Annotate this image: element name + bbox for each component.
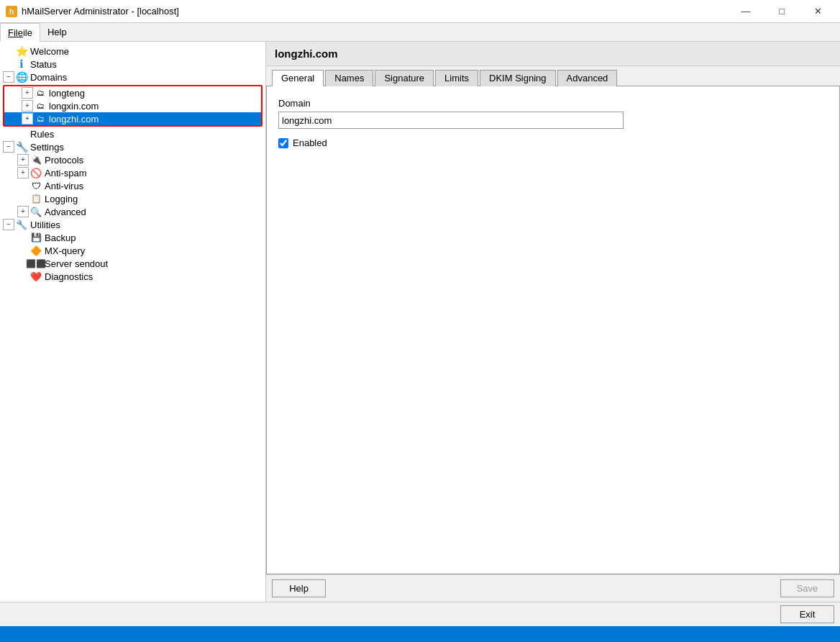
sendout-label: Server sendout: [45, 258, 108, 269]
sidebar-item-status[interactable]: ℹ Status: [0, 58, 265, 71]
advanced-label: Advanced: [45, 207, 86, 217]
sidebar-item-antivirus[interactable]: 🛡 Anti-virus: [0, 179, 265, 192]
welcome-label: Welcome: [30, 46, 69, 57]
protocols-expand[interactable]: +: [17, 154, 29, 166]
window-title: hMailServer Administrator - [localhost]: [22, 6, 179, 17]
sidebar-item-rules[interactable]: Rules: [0, 128, 265, 140]
sidebar-item-server-sendout[interactable]: ⬛⬛ Server sendout: [0, 257, 265, 270]
advanced-icon: 🔍: [30, 206, 42, 217]
domain-icon-longzhi: 🗂: [35, 113, 46, 125]
domain-field-group: Domain: [278, 98, 828, 129]
longteng-expand[interactable]: +: [22, 87, 33, 99]
mxquery-label: MX-query: [45, 245, 85, 256]
globe-icon: 🌐: [16, 71, 27, 83]
advanced-expand[interactable]: +: [17, 206, 29, 217]
domain-input[interactable]: [278, 112, 624, 129]
help-button[interactable]: Help: [272, 579, 326, 597]
logging-icon: 📋: [30, 193, 42, 204]
sidebar-item-longzhi[interactable]: + 🗂 longzhi.com: [4, 112, 261, 125]
tab-signature[interactable]: Signature: [375, 70, 434, 86]
tab-general[interactable]: General: [272, 70, 324, 86]
utilities-label: Utilities: [30, 220, 60, 230]
menu-help[interactable]: Help: [40, 23, 74, 41]
tab-advanced[interactable]: Advanced: [557, 70, 618, 86]
window-controls: — □ ✕: [729, 2, 834, 21]
exit-button[interactable]: Exit: [780, 605, 834, 623]
tab-names[interactable]: Names: [325, 70, 373, 86]
sidebar-item-welcome[interactable]: ⭐ Welcome: [0, 45, 265, 58]
content-panel: longzhi.com General Names Signature Limi…: [266, 42, 840, 602]
close-button[interactable]: ✕: [801, 2, 834, 21]
menu-file[interactable]: Fileile: [0, 23, 40, 42]
sidebar-item-backup[interactable]: 💾 Backup: [0, 231, 265, 244]
star-icon: ⭐: [16, 45, 27, 57]
title-bar: h hMailServer Administrator - [localhost…: [0, 0, 840, 23]
panel-title: longzhi.com: [266, 42, 840, 66]
status-bar: [0, 626, 840, 642]
enabled-label: Enabled: [293, 137, 327, 148]
sidebar-item-logging[interactable]: 📋 Logging: [0, 192, 265, 205]
domains-expand[interactable]: −: [3, 71, 14, 83]
sidebar-item-protocols[interactable]: + 🔌 Protocols: [0, 153, 265, 166]
protocols-icon: 🔌: [30, 154, 42, 166]
antivirus-label: Anti-virus: [45, 181, 83, 191]
domain-icon-longxin: 🗂: [35, 100, 46, 112]
utilities-expand[interactable]: −: [3, 219, 14, 230]
sidebar-item-antispam[interactable]: + 🚫 Anti-spam: [0, 166, 265, 179]
sidebar-item-domains[interactable]: − 🌐 Domains: [0, 71, 265, 83]
backup-label: Backup: [45, 232, 76, 243]
sendout-icon: ⬛⬛: [30, 258, 42, 269]
mxquery-icon: 🔶: [30, 245, 42, 256]
utilities-icon: 🔧: [16, 219, 27, 230]
settings-icon: 🔧: [16, 141, 27, 153]
domain-field-label: Domain: [278, 98, 828, 109]
sidebar-item-utilities[interactable]: − 🔧 Utilities: [0, 218, 265, 231]
sidebar-item-mxquery[interactable]: 🔶 MX-query: [0, 244, 265, 257]
antispam-icon: 🚫: [30, 167, 42, 178]
enabled-checkbox[interactable]: [278, 138, 288, 148]
sidebar-item-longteng[interactable]: + 🗂 longteng: [4, 86, 261, 99]
longzhi-expand[interactable]: +: [22, 113, 33, 125]
status-label: Status: [30, 59, 57, 70]
antispam-expand[interactable]: +: [17, 167, 29, 178]
settings-label: Settings: [30, 142, 64, 153]
antivirus-icon: 🛡: [30, 180, 42, 191]
info-icon: ℹ: [16, 58, 27, 70]
longteng-label: longteng: [49, 88, 85, 99]
sidebar-item-settings[interactable]: − 🔧 Settings: [0, 140, 265, 153]
enabled-row: Enabled: [278, 137, 828, 148]
sidebar-item-diagnostics[interactable]: ❤️ Diagnostics: [0, 270, 265, 283]
domain-highlight-box: + 🗂 longteng + 🗂 longxin.com + 🗂 longzhi…: [3, 85, 262, 127]
logging-label: Logging: [45, 194, 78, 204]
diagnostics-label: Diagnostics: [45, 271, 93, 282]
menu-bar: Fileile Help: [0, 23, 840, 42]
save-button[interactable]: Save: [780, 579, 834, 597]
main-area: ⭐ Welcome ℹ Status − 🌐 Domains + 🗂 longt…: [0, 42, 840, 602]
rules-label: Rules: [30, 129, 54, 140]
exit-row: Exit: [0, 602, 840, 626]
bottom-bar: Help Save: [266, 574, 840, 602]
sidebar-tree: ⭐ Welcome ℹ Status − 🌐 Domains + 🗂 longt…: [0, 42, 266, 602]
tab-limits[interactable]: Limits: [435, 70, 478, 86]
minimize-button[interactable]: —: [729, 2, 762, 21]
svg-text:h: h: [9, 8, 14, 16]
tab-content-general: Domain Enabled: [266, 86, 840, 574]
tabs-bar: General Names Signature Limits DKIM Sign…: [266, 66, 840, 86]
title-bar-left: h hMailServer Administrator - [localhost…: [6, 6, 179, 17]
sidebar-item-longxin[interactable]: + 🗂 longxin.com: [4, 99, 261, 112]
antispam-label: Anti-spam: [45, 168, 87, 178]
backup-icon: 💾: [30, 232, 42, 243]
domain-icon-longteng: 🗂: [35, 87, 46, 99]
longzhi-label: longzhi.com: [49, 114, 99, 125]
app-icon: h: [6, 6, 17, 17]
longxin-label: longxin.com: [49, 101, 99, 112]
diagnostics-icon: ❤️: [30, 271, 42, 282]
sidebar-item-advanced[interactable]: + 🔍 Advanced: [0, 205, 265, 218]
longxin-expand[interactable]: +: [22, 100, 33, 112]
settings-expand[interactable]: −: [3, 141, 14, 153]
domains-label: Domains: [30, 72, 67, 83]
maximize-button[interactable]: □: [765, 2, 798, 21]
protocols-label: Protocols: [45, 155, 83, 166]
tab-dkim-signing[interactable]: DKIM Signing: [480, 70, 555, 86]
